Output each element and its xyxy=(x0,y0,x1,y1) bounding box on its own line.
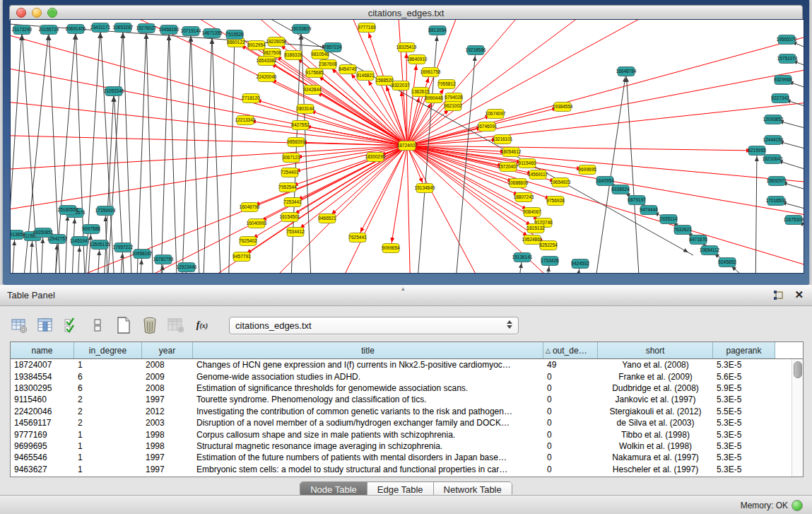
graph-node[interactable]: 8912954 xyxy=(247,41,266,50)
graph-node[interactable]: 18724007 xyxy=(397,141,418,151)
graph-node[interactable]: 1733426 xyxy=(541,257,559,266)
graph-node[interactable]: 16648784 xyxy=(616,67,637,76)
tab-node-table[interactable]: Node Table xyxy=(300,482,367,496)
float-panel-icon[interactable] xyxy=(773,290,784,300)
graph-node[interactable]: 16154501 xyxy=(280,213,300,222)
column-header-in_degree[interactable]: in_degree xyxy=(74,342,142,358)
graph-node[interactable]: 7952544 xyxy=(278,183,297,192)
graph-node[interactable]: 11675309 xyxy=(784,216,804,225)
graph-node[interactable]: 15692971 xyxy=(767,177,787,186)
graph-node[interactable]: 19466160 xyxy=(159,25,180,35)
vertical-scrollbar[interactable] xyxy=(792,359,803,477)
graph-node[interactable]: 8454749 xyxy=(339,65,357,74)
graph-node[interactable]: 9175685 xyxy=(305,69,324,78)
graph-node[interactable]: 15276027 xyxy=(136,24,157,33)
graph-node[interactable]: 7632621 xyxy=(673,226,692,235)
graph-node[interactable]: 9777169 xyxy=(358,23,376,33)
graph-node[interactable]: 9621002 xyxy=(444,102,462,111)
graph-node[interactable]: 19654923 xyxy=(551,178,571,187)
graph-node[interactable]: 2367608 xyxy=(319,60,337,69)
table-row[interactable]: 1456911722003Disruption of a novel membe… xyxy=(11,417,792,428)
graph-node[interactable]: 10958167 xyxy=(132,250,153,259)
graph-node[interactable]: 1815132 xyxy=(526,224,545,233)
graph-node[interactable]: 18640910 xyxy=(407,55,428,64)
graph-node[interactable]: 15134845 xyxy=(415,184,435,193)
graph-node[interactable]: 16961758 xyxy=(420,68,441,77)
graph-node[interactable]: 16746091 xyxy=(477,122,498,132)
minimize-window-icon[interactable] xyxy=(32,8,42,18)
graph-node[interactable]: 9242844 xyxy=(303,86,322,95)
graph-node[interactable]: 8215955 xyxy=(748,146,766,156)
graph-node[interactable]: 17957222 xyxy=(113,243,134,252)
table-row[interactable]: 977716911998Corpus callosum shape and si… xyxy=(11,428,792,440)
graph-node[interactable]: 10654112 xyxy=(700,246,720,255)
graph-node[interactable]: 18807243 xyxy=(514,193,534,202)
graph-node[interactable]: 12213343 xyxy=(235,116,256,125)
graph-node[interactable]: 9466521 xyxy=(318,214,336,223)
tab-edge-table[interactable]: Edge Table xyxy=(367,482,434,496)
graph-node[interactable]: 22420046 xyxy=(257,73,277,82)
graph-node[interactable]: 15136141 xyxy=(512,253,533,262)
graph-node[interactable]: 2803144 xyxy=(296,105,314,114)
graph-node[interactable]: 18325419 xyxy=(396,43,417,52)
table-selector[interactable]: citations_edges.txt xyxy=(229,317,519,334)
zoom-window-icon[interactable] xyxy=(47,8,57,18)
graph-node[interactable]: 13216101 xyxy=(493,135,513,144)
graph-node[interactable]: 12093853 xyxy=(763,115,784,124)
graph-node[interactable]: 9097588 xyxy=(82,225,100,234)
graph-node[interactable]: 18300295 xyxy=(365,153,386,162)
table-row[interactable]: 946554611997Estimation of the future num… xyxy=(11,452,792,463)
graph-node[interactable]: 11451947 xyxy=(70,237,90,246)
graph-node[interactable]: 6879197 xyxy=(628,196,646,205)
memory-status-icon[interactable] xyxy=(792,500,803,511)
graph-node[interactable]: 9756928 xyxy=(546,197,565,206)
graph-node[interactable]: 7625402 xyxy=(239,237,257,246)
graph-node[interactable]: 9858391 xyxy=(287,138,305,147)
graph-node[interactable]: 7253441 xyxy=(283,198,302,207)
network-window-titlebar[interactable]: citations_edges.txt xyxy=(9,5,803,21)
graph-node[interactable]: 9245652 xyxy=(718,258,736,267)
table-row[interactable]: 946362711997Embryonic stem cells: a mode… xyxy=(11,464,792,475)
graph-node[interactable]: 7625441 xyxy=(348,233,367,243)
column-header-pagerank[interactable]: pagerank xyxy=(713,342,775,358)
column-visibility-icon[interactable] xyxy=(36,316,54,334)
select-columns-icon[interactable] xyxy=(62,316,81,334)
graph-node[interactable]: 16210643 xyxy=(763,155,783,164)
graph-node[interactable]: 1640954 xyxy=(596,177,614,186)
column-header-out_de[interactable]: △out_de… xyxy=(543,342,598,358)
graph-node[interactable]: 8990448 xyxy=(425,94,443,103)
graph-node[interactable]: 25160559 xyxy=(58,206,78,215)
graph-node[interactable]: 20155724 xyxy=(39,25,59,35)
graph-node[interactable]: 7857224 xyxy=(324,43,342,52)
graph-node[interactable]: 18226058 xyxy=(266,37,287,47)
column-header-name[interactable]: name xyxy=(11,342,74,358)
new-table-icon[interactable] xyxy=(114,316,133,334)
graph-node[interactable]: 9424502 xyxy=(571,259,589,269)
table-body[interactable]: 1872400712008Changes of HCN gene express… xyxy=(11,359,792,477)
table-row[interactable]: 1872400712008Changes of HCN gene express… xyxy=(11,359,792,370)
graph-node[interactable]: 18350851 xyxy=(33,228,54,238)
graph-node[interactable]: 21053346 xyxy=(104,87,124,96)
graph-node[interactable]: 9699695 xyxy=(578,165,596,175)
graph-node[interactable]: 15720407 xyxy=(498,163,519,172)
graph-node[interactable]: 10674097 xyxy=(486,110,506,119)
graph-node[interactable]: 16543382 xyxy=(257,57,277,66)
tab-network-table[interactable]: Network Table xyxy=(434,482,512,496)
graph-node[interactable]: 16040993 xyxy=(247,219,267,228)
graph-node[interactable]: 8322037 xyxy=(392,81,410,90)
graph-node[interactable]: 1588520 xyxy=(375,76,394,86)
graph-node[interactable]: 17016504 xyxy=(766,197,787,206)
delete-table-icon[interactable] xyxy=(141,316,159,334)
graph-node[interactable]: 9099654 xyxy=(382,244,400,253)
row-height-icon[interactable] xyxy=(88,316,107,334)
graph-node[interactable]: 9084067 xyxy=(523,208,541,217)
graph-node[interactable]: 7534412 xyxy=(286,228,305,237)
close-window-icon[interactable] xyxy=(16,8,26,18)
graph-node[interactable]: 7515526 xyxy=(225,30,244,40)
graph-node[interactable]: 13913859 xyxy=(11,230,25,240)
graph-node[interactable]: 9474444 xyxy=(640,206,658,215)
network-canvas-container[interactable]: 1872400788601228912954182260589827508818… xyxy=(10,19,804,274)
graph-node[interactable]: 10688609 xyxy=(508,179,529,188)
graph-node[interactable]: 8427552 xyxy=(291,121,310,130)
graph-node[interactable]: 14569117 xyxy=(528,170,548,180)
